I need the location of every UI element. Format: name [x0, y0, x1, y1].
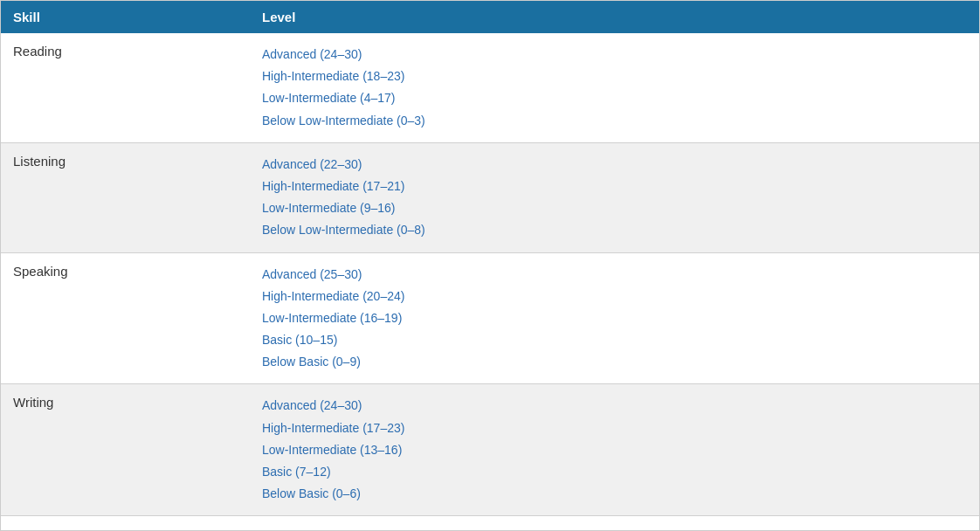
level-item: High-Intermediate (18–23)	[262, 66, 967, 87]
skills-table: Skill Level ReadingAdvanced (24–30)High-…	[1, 1, 979, 516]
level-item: Below Basic (0–9)	[262, 351, 967, 373]
level-item: Below Low-Intermediate (0–8)	[262, 219, 967, 241]
level-item: High-Intermediate (17–23)	[262, 417, 967, 439]
skill-cell: Speaking	[1, 252, 250, 384]
skill-cell: Writing	[1, 384, 250, 516]
skill-cell: Listening	[1, 142, 250, 252]
skill-name: Reading	[13, 44, 62, 59]
table-header-row: Skill Level	[1, 1, 979, 33]
level-item: Low-Intermediate (13–16)	[262, 439, 967, 461]
level-item: Low-Intermediate (4–17)	[262, 87, 967, 109]
table-row: ReadingAdvanced (24–30)High-Intermediate…	[1, 33, 979, 142]
level-item: High-Intermediate (20–24)	[262, 286, 967, 307]
skill-name: Listening	[13, 154, 66, 169]
skill-name: Writing	[13, 395, 53, 410]
level-item: Below Low-Intermediate (0–3)	[262, 110, 967, 132]
skill-name: Speaking	[13, 264, 68, 279]
skill-column-header: Skill	[1, 1, 250, 33]
level-item: Advanced (25–30)	[262, 264, 967, 286]
level-item: Advanced (22–30)	[262, 154, 967, 176]
level-cell: Advanced (24–30)High-Intermediate (18–23…	[250, 33, 979, 142]
level-item: Basic (7–12)	[262, 461, 967, 483]
level-item: Advanced (24–30)	[262, 44, 967, 66]
table-body: ReadingAdvanced (24–30)High-Intermediate…	[1, 33, 979, 516]
level-item: Basic (10–15)	[262, 329, 967, 351]
level-item: High-Intermediate (17–21)	[262, 176, 967, 197]
skills-table-container: Skill Level ReadingAdvanced (24–30)High-…	[0, 0, 980, 531]
level-item: Advanced (24–30)	[262, 395, 967, 417]
level-item: Low-Intermediate (16–19)	[262, 307, 967, 329]
level-cell: Advanced (22–30)High-Intermediate (17–21…	[250, 142, 979, 252]
table-row: SpeakingAdvanced (25–30)High-Intermediat…	[1, 252, 979, 384]
level-column-header: Level	[250, 1, 979, 33]
skill-cell: Reading	[1, 33, 250, 142]
level-cell: Advanced (24–30)High-Intermediate (17–23…	[250, 384, 979, 516]
table-row: ListeningAdvanced (22–30)High-Intermedia…	[1, 142, 979, 252]
level-cell: Advanced (25–30)High-Intermediate (20–24…	[250, 252, 979, 384]
level-item: Below Basic (0–6)	[262, 483, 967, 505]
level-item: Low-Intermediate (9–16)	[262, 197, 967, 219]
table-row: WritingAdvanced (24–30)High-Intermediate…	[1, 384, 979, 516]
